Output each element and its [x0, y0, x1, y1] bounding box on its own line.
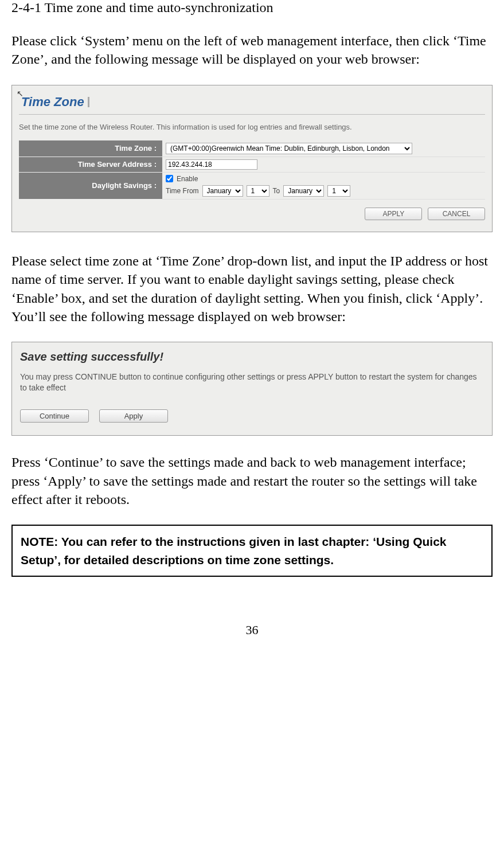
panel-title-text: Time Zone	[21, 95, 84, 110]
to-day-select[interactable]: 1	[327, 185, 350, 197]
label-timezone: Time Zone :	[19, 140, 162, 157]
panel-title: Time Zone	[19, 92, 485, 115]
panel-description: Set the time zone of the Wireless Router…	[19, 123, 485, 131]
paragraph-intro: Please click ‘System’ menu on the left o…	[11, 32, 493, 69]
label-timeserver: Time Server Address :	[19, 157, 162, 172]
to-month-select[interactable]: January	[283, 185, 324, 197]
title-caret-icon	[88, 97, 89, 107]
note-box: NOTE: You can refer to the instructions …	[11, 525, 493, 577]
from-day-select[interactable]: 1	[247, 185, 269, 197]
timefrom-label: Time From	[166, 187, 199, 195]
paragraph-continue: Press ‘Continue’ to save the settings ma…	[11, 453, 493, 509]
page-number: 36	[11, 623, 493, 638]
save-description: You may press CONTINUE button to continu…	[20, 372, 484, 393]
section-heading: 2-4-1 Time zone and time auto-synchroniz…	[11, 0, 493, 15]
cancel-button[interactable]: CANCEL	[428, 208, 485, 220]
save-screenshot: Save setting successfully! You may press…	[11, 342, 493, 436]
apply-button[interactable]: APPLY	[365, 208, 422, 220]
apply-button-2[interactable]: Apply	[99, 409, 168, 423]
timezone-screenshot: ↖ Time Zone Set the time zone of the Wir…	[11, 85, 493, 232]
label-daylight: Daylight Savings :	[19, 172, 162, 199]
to-label: To	[273, 187, 280, 195]
timeserver-input[interactable]	[166, 159, 257, 170]
continue-button[interactable]: Continue	[20, 409, 89, 423]
paragraph-instructions: Please select time zone at ‘Time Zone’ d…	[11, 252, 493, 326]
save-title: Save setting successfully!	[20, 350, 484, 364]
timezone-select[interactable]: (GMT+00:00)Greenwich Mean Time: Dublin, …	[166, 143, 412, 154]
enable-label: Enable	[177, 175, 198, 183]
cursor-icon: ↖	[17, 89, 24, 98]
from-month-select[interactable]: January	[202, 185, 243, 197]
enable-checkbox[interactable]	[166, 175, 173, 182]
settings-table: Time Zone : (GMT+00:00)Greenwich Mean Ti…	[19, 140, 485, 200]
